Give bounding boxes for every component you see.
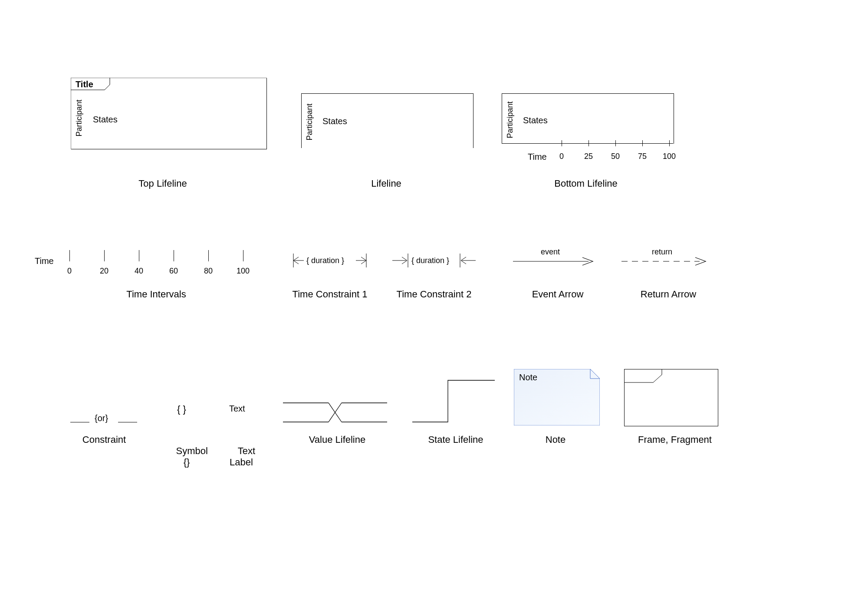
- time-constraint-2-text: { duration }: [411, 256, 449, 265]
- constraint-line-left: [70, 422, 89, 422]
- caption-return-arrow: Return Arrow: [634, 289, 703, 300]
- constraint-text: {or}: [95, 413, 108, 423]
- bottom-tick: [589, 140, 589, 146]
- time-intervals-label: Time: [35, 256, 54, 266]
- ti-tick: [69, 250, 70, 261]
- ti-tick-label: 60: [169, 267, 178, 276]
- caption-value-lifeline: Value Lifeline: [300, 434, 374, 445]
- event-arrow-icon: [512, 256, 595, 267]
- event-arrow-text: event: [541, 247, 560, 257]
- caption-top-lifeline: Top Lifeline: [115, 178, 210, 189]
- caption-tc2: Time Constraint 2: [391, 289, 477, 300]
- caption-bottom-lifeline: Bottom Lifeline: [538, 178, 634, 189]
- ti-tick-label: 0: [67, 267, 72, 276]
- top-lifeline-frame: Title Participant States: [71, 78, 267, 149]
- caption-state-lifeline: State Lifeline: [421, 434, 490, 445]
- constraint-line-right: [118, 422, 137, 422]
- value-lifeline-icon: [283, 399, 387, 425]
- caption-lifeline: Lifeline: [339, 178, 434, 189]
- bottom-tick: [562, 140, 562, 146]
- ti-tick: [243, 250, 243, 261]
- top-lifeline-states: States: [93, 115, 118, 125]
- bottom-lifeline-frame: Participant States: [502, 93, 674, 144]
- top-lifeline-participant: Participant: [75, 99, 84, 136]
- bottom-tick-label: 75: [638, 152, 647, 161]
- bottom-tick: [669, 140, 670, 146]
- lifeline-states: States: [322, 116, 347, 126]
- note-text: Note: [519, 372, 537, 382]
- note-shape: Note: [514, 369, 600, 425]
- ti-tick-label: 80: [204, 267, 213, 276]
- time-constraint-1-text: { duration }: [306, 256, 344, 265]
- caption-tc1: Time Constraint 1: [286, 289, 373, 300]
- text-label-text: Text: [229, 404, 245, 414]
- caption-frame: Frame, Fragment: [631, 434, 718, 445]
- ti-tick: [104, 250, 105, 261]
- bottom-lifeline-states: States: [523, 115, 548, 125]
- bottom-tick-label: 25: [584, 152, 593, 161]
- frame-shape: [624, 369, 718, 426]
- bottom-lifeline-baseline: [502, 143, 673, 144]
- bottom-tick: [615, 140, 616, 146]
- return-arrow-icon: [621, 256, 707, 267]
- ti-tick-label: 20: [100, 267, 108, 276]
- bottom-tick: [642, 140, 643, 146]
- bottom-tick-label: 50: [611, 152, 620, 161]
- state-lifeline-icon: [412, 378, 495, 425]
- caption-time-intervals: Time Intervals: [113, 289, 200, 300]
- ti-tick-label: 100: [237, 267, 250, 276]
- bottom-lifeline-participant: Participant: [506, 101, 515, 138]
- caption-event-arrow: Event Arrow: [523, 289, 592, 300]
- ti-tick: [174, 250, 174, 261]
- bottom-tick-label: 100: [663, 152, 676, 161]
- bottom-lifeline-time-label: Time: [528, 152, 547, 162]
- caption-text-label: TextLabel: [224, 434, 259, 491]
- caption-symbol: Symbol{}: [165, 434, 208, 491]
- time-intervals-baseline: [64, 263, 259, 263]
- caption-note: Note: [538, 434, 573, 445]
- ti-tick: [208, 250, 209, 261]
- lifeline-frame: Participant States: [301, 93, 473, 148]
- return-arrow-text: return: [652, 247, 672, 257]
- symbol-text: { }: [177, 404, 186, 415]
- lifeline-participant: Participant: [305, 103, 314, 140]
- caption-constraint: Constraint: [78, 434, 130, 445]
- bottom-tick-label: 0: [559, 152, 564, 161]
- ti-tick: [139, 250, 139, 261]
- ti-tick-label: 40: [135, 267, 143, 276]
- top-lifeline-title: Title: [76, 79, 93, 89]
